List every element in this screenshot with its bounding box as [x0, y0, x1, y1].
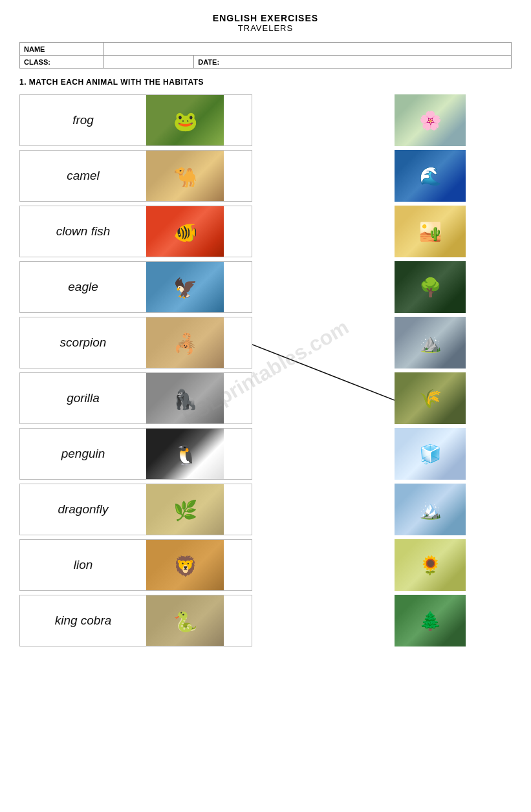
page-subtitle: TRAVELERS — [19, 23, 512, 33]
svg-line-0 — [252, 345, 395, 400]
animal-image-penguin: 🐧 — [146, 429, 224, 480]
animal-card-lion: lion 🦁 — [19, 539, 252, 591]
animal-image-camel: 🐪 — [146, 151, 224, 202]
habitat-grassland-img: 🌻 — [395, 539, 466, 591]
name-field[interactable] — [104, 43, 512, 56]
animal-card-gorilla: gorilla 🦍 — [19, 372, 252, 424]
habitat-forest: 🌲 — [395, 595, 466, 646]
habitat-mountain: ⛰️ — [395, 317, 466, 369]
habitat-jungle: 🌳 — [395, 261, 466, 313]
animal-card-penguin: penguin 🐧 — [19, 428, 252, 480]
page-title: ENGLISH EXERCISES — [19, 13, 512, 23]
animal-name-kingcobra: king cobra — [20, 595, 146, 646]
habitat-ocean-img: 🌊 — [395, 150, 466, 202]
animal-card-camel: camel 🐪 — [19, 150, 252, 202]
habitat-desert-img: 🏜️ — [395, 206, 466, 257]
habitat-forest-img: 🌲 — [395, 595, 466, 646]
animal-card-scorpion: scorpion 🦂 — [19, 317, 252, 369]
habitat-glacier: 🏔️ — [395, 484, 466, 535]
animal-image-frog: 🐸 — [146, 95, 224, 146]
animal-image-kingcobra: 🐍 — [146, 595, 224, 646]
animal-image-lion: 🦁 — [146, 540, 224, 591]
animal-image-dragonfly: 🌿 — [146, 484, 224, 535]
habitat-savanna-img: 🌾 — [395, 372, 466, 424]
connector-svg — [252, 94, 395, 650]
animal-image-scorpion: 🦂 — [146, 317, 224, 369]
instruction-number: 1. — [19, 78, 27, 87]
animal-name-frog: frog — [20, 95, 146, 145]
animal-image-gorilla: 🦍 — [146, 373, 224, 424]
animal-card-dragonfly: dragonfly 🌿 — [19, 484, 252, 535]
animal-card-kingcobra: king cobra 🐍 — [19, 595, 252, 646]
habitat-desert: 🏜️ — [395, 206, 466, 257]
connector-area — [252, 94, 395, 650]
animal-name-scorpion: scorpion — [20, 317, 146, 368]
habitat-pond-img: 🌸 — [395, 94, 466, 146]
animal-image-eagle: 🦅 — [146, 262, 224, 313]
habitat-pond: 🌸 — [395, 94, 466, 146]
habitat-mountain-img: ⛰️ — [395, 317, 466, 369]
exercise-area: frog 🐸 camel 🐪 clown fish 🐠 eagle — [19, 94, 512, 650]
habitat-jungle-img: 🌳 — [395, 261, 466, 313]
animal-name-lion: lion — [20, 540, 146, 590]
animal-card-frog: frog 🐸 — [19, 94, 252, 146]
animal-name-clownfish: clown fish — [20, 206, 146, 257]
class-field[interactable] — [104, 56, 194, 69]
animal-card-clownfish: clown fish 🐠 — [19, 206, 252, 257]
habitat-grassland: 🌻 — [395, 539, 466, 591]
animal-name-penguin: penguin — [20, 429, 146, 479]
animals-column: frog 🐸 camel 🐪 clown fish 🐠 eagle — [19, 94, 252, 646]
instruction-text: MATCH EACH ANIMAL WITH THE HABITATS — [29, 78, 204, 87]
name-label: NAME — [20, 43, 104, 56]
animal-name-gorilla: gorilla — [20, 373, 146, 423]
instruction: 1. MATCH EACH ANIMAL WITH THE HABITATS — [19, 78, 512, 87]
habitat-iceberg: 🧊 — [395, 428, 466, 480]
class-label: CLASS: — [20, 56, 104, 69]
habitat-ocean: 🌊 — [395, 150, 466, 202]
page-header: ENGLISH EXERCISES TRAVELERS — [19, 13, 512, 33]
animal-name-camel: camel — [20, 151, 146, 201]
animal-image-clownfish: 🐠 — [146, 206, 224, 257]
habitat-savanna: 🌾 — [395, 372, 466, 424]
animal-card-eagle: eagle 🦅 — [19, 261, 252, 313]
habitat-iceberg-img: 🧊 — [395, 428, 466, 480]
form-table: NAME CLASS: DATE: — [19, 42, 512, 69]
animal-name-eagle: eagle — [20, 262, 146, 312]
animal-name-dragonfly: dragonfly — [20, 484, 146, 535]
exercise-container: ESLprintables.com frog 🐸 camel 🐪 clown f… — [19, 94, 512, 650]
habitats-column: 🌸 🌊 🏜️ 🌳 ⛰️ 🌾 🧊 🏔️ — [395, 94, 466, 646]
habitat-glacier-img: 🏔️ — [395, 484, 466, 535]
